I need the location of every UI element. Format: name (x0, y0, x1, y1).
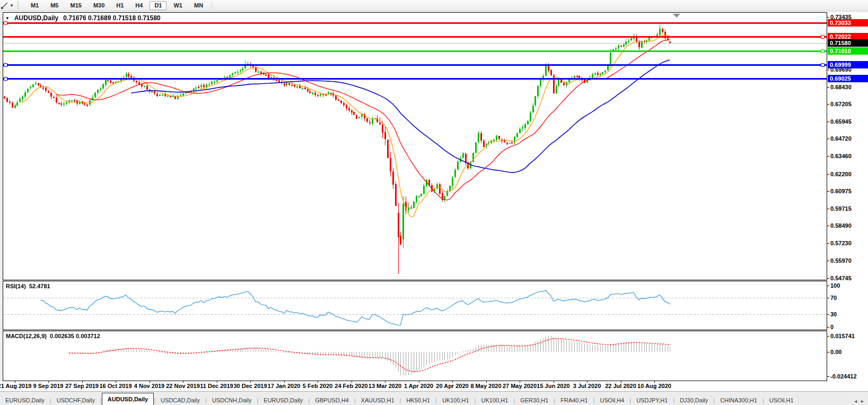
rsi-name: RSI(14) (6, 283, 26, 289)
scale-tick (827, 191, 829, 192)
chart-tab-fra40-h1[interactable]: FRA40,H1 (555, 395, 593, 405)
date-label: 9 Sep 2019 (33, 383, 64, 389)
scale-label: 0.63460 (830, 153, 852, 159)
chart-tab-gbpusd-h4[interactable]: GBPUSD,H4 (310, 395, 354, 405)
date-label: 21 Aug 2019 (0, 383, 31, 389)
chart-tab-ger30-h1[interactable]: GER30,H1 (515, 395, 554, 405)
macd-values: 0.002635 0.003712 (50, 333, 100, 339)
scale-label: 0.65945 (830, 118, 852, 125)
chart-tab-hk50-h1[interactable]: HK50,H1 (401, 395, 435, 405)
price-chart-canvas[interactable] (3, 13, 827, 280)
scale-tick (827, 243, 829, 244)
chart-tab-usdcad-daily[interactable]: USDCAD,Daily (155, 395, 205, 405)
chart-tab-china300-h1[interactable]: CHINA300,H1 (715, 395, 762, 405)
tab-scroll-buttons: ◄ ► (853, 399, 868, 405)
timeframe-button-mn[interactable]: MN (189, 1, 208, 10)
date-axis[interactable]: 21 Aug 20199 Sep 201927 Sep 201916 Oct 2… (0, 381, 868, 391)
hline-handle[interactable] (4, 63, 7, 67)
date-label: 24 Feb 2020 (335, 383, 367, 389)
scale-tick (827, 352, 829, 352)
chart-tab-usoil-h1[interactable]: USOil,H1 (764, 395, 799, 405)
scale-label: 30 (830, 311, 837, 317)
chart-tab-uk100-h1[interactable]: UK100,H1 (437, 395, 475, 405)
scale-tick (827, 122, 829, 122)
timeframe-button-m5[interactable]: M5 (46, 1, 63, 10)
chart-tab-usdcnh-daily[interactable]: USDCNH,Daily (207, 395, 257, 405)
rsi-canvas[interactable] (3, 281, 827, 330)
date-label: 1 Apr 2020 (404, 383, 433, 389)
date-label: 3 Jul 2020 (573, 383, 601, 389)
price-scale[interactable]: 0.734350.696900.684300.672050.659450.647… (827, 12, 868, 381)
tab-scroll-right-icon[interactable]: ► (860, 399, 865, 404)
scale-label: 0.60975 (830, 188, 852, 194)
timeframe-button-w1[interactable]: W1 (169, 1, 187, 10)
hline-handle[interactable] (4, 21, 7, 25)
date-label: 27 Sep 2019 (65, 383, 99, 389)
hline-handle[interactable] (4, 77, 7, 81)
scale-label: -0.024412 (830, 373, 857, 380)
chart-tab-eurusd-daily[interactable]: EURUSD,Daily (0, 395, 50, 405)
scale-label: 0 (830, 324, 834, 330)
scale-label: 0.58490 (830, 222, 852, 229)
rsi-panel (3, 281, 827, 330)
date-label: 4 Nov 2019 (134, 383, 164, 389)
chart-tab-dj30-daily[interactable]: DJ30,Daily (674, 395, 713, 405)
hline-handle[interactable] (821, 35, 825, 39)
scale-label: 0.59715 (830, 205, 852, 212)
hline-price-label: 0.69999 (828, 61, 868, 68)
chart-tab-usoil-h4[interactable]: USOil,H4 (594, 395, 629, 405)
bid-price-label: 0.71580 (828, 39, 868, 47)
timeframe-button-d1[interactable]: D1 (150, 1, 166, 10)
date-label: 5 Feb 2020 (303, 383, 332, 389)
scale-tick (827, 209, 829, 209)
macd-panel (3, 331, 827, 381)
date-label: 15 Jun 2020 (537, 383, 569, 389)
tab-scroll-left-icon[interactable]: ◄ (853, 399, 858, 404)
date-label: 10 Aug 2020 (637, 383, 671, 389)
hline-price-label: 0.73033 (828, 19, 868, 27)
chart-shift-marker[interactable] (673, 14, 680, 18)
timeframe-buttons: M1M5M15M30H1H4D1W1MN (25, 1, 209, 10)
date-label: 30 Dec 2019 (234, 383, 267, 389)
scale-label: 0.00 (830, 349, 841, 355)
chart-tab-usdjpy-h1[interactable]: USDJPY,H1 (631, 395, 673, 405)
scale-tick (827, 87, 829, 88)
chart-title: ▼ AUDUSD,Daily 0.71676 0.71689 0.71518 0… (5, 14, 161, 22)
chart-tab-xauusd-h1[interactable]: XAUUSD,H1 (356, 395, 400, 405)
scale-tick (827, 286, 829, 286)
timeframe-button-m1[interactable]: M1 (26, 1, 43, 10)
hline-handle[interactable] (821, 63, 825, 67)
date-label: 17 Jan 2020 (268, 383, 301, 389)
scale-tick (827, 278, 829, 279)
macd-canvas[interactable] (3, 331, 827, 381)
date-label: 11 Dec 2019 (200, 383, 233, 389)
timeframe-button-m15[interactable]: M15 (65, 1, 86, 10)
chart-tab-uk100-h1[interactable]: UK100,H1 (476, 395, 514, 405)
scale-label: 0.67205 (830, 101, 852, 107)
chart-tab-usdchf-daily[interactable]: USDCHF,Daily (51, 395, 100, 405)
scale-tick (827, 156, 829, 157)
scale-label: 0.54745 (830, 275, 852, 281)
rsi-value: 52.4781 (29, 283, 50, 289)
timeframe-button-h4[interactable]: H4 (130, 1, 147, 10)
chart-symbol: AUDUSD,Daily (14, 14, 58, 22)
scale-tick (827, 314, 829, 315)
date-label: 27 May 2020 (503, 383, 537, 389)
toolbar-grip[interactable] (17, 2, 21, 9)
hline-handle[interactable] (821, 49, 825, 53)
scale-label: 0.62200 (830, 171, 852, 177)
timeframe-button-m30[interactable]: M30 (89, 1, 109, 10)
hline-price-label: 0.71010 (828, 47, 868, 55)
scale-label: 0.015741 (830, 333, 855, 339)
mt4-window: ▼ M1M5M15M30H1H4D1W1MN ▼ AUDUSD,Daily 0.… (0, 0, 868, 405)
scale-tick (827, 17, 829, 18)
chart-menu-icon[interactable]: ▼ (5, 16, 10, 21)
date-label: 16 Oct 2019 (99, 383, 131, 389)
chart-ohlc: 0.71676 0.71689 0.71518 0.71580 (63, 14, 161, 22)
timeframe-button-h1[interactable]: H1 (111, 1, 128, 10)
line-studies-icon[interactable]: ▼ (1, 2, 15, 9)
chart-tab-audusd-daily[interactable]: AUDUSD,Daily (102, 393, 154, 405)
scale-label: 0.64720 (830, 135, 852, 142)
chart-tab-eurusd-daily[interactable]: EURUSD,Daily (258, 395, 308, 405)
price-chart-panel (3, 12, 827, 280)
